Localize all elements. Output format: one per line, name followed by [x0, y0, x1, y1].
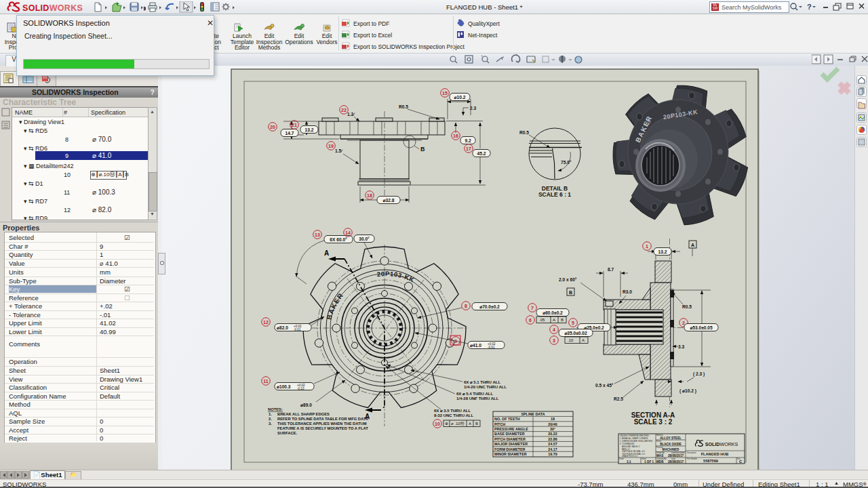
svg-text:R0.5: R0.5	[519, 130, 529, 135]
svg-text:UNLESS OTHERWISE SPECIFIED:: UNLESS OTHERWISE SPECIFIED:	[620, 434, 650, 437]
svg-text:A: A	[469, 422, 471, 426]
svg-text:5587569: 5587569	[703, 459, 718, 463]
svg-text:22: 22	[341, 108, 347, 113]
svg-text:17: 17	[466, 146, 471, 151]
svg-text:22.86: 22.86	[548, 437, 557, 441]
svg-text:45.2: 45.2	[477, 151, 486, 156]
svg-text:R0.5: R0.5	[399, 104, 408, 109]
svg-text:2. DIMENSIONS ARE IN MILLIMET: 2. DIMENSIONS ARE IN MILLIMETERS	[620, 440, 652, 443]
svg-text:3.: 3.	[269, 422, 272, 426]
svg-text:2.: 2.	[269, 417, 272, 421]
svg-text:.05: .05	[539, 318, 545, 322]
svg-text:24.17: 24.17	[548, 447, 557, 451]
svg-text:⊕: ⊕	[445, 422, 448, 426]
svg-text:NOTES:: NOTES:	[268, 407, 283, 411]
svg-text:?: ?	[807, 3, 812, 11]
svg-text:⌀32.8: ⌀32.8	[383, 198, 395, 203]
svg-text:⌀70.0±0.2: ⌀70.0±0.2	[479, 304, 500, 309]
svg-text:-0.10: -0.10	[297, 387, 304, 390]
svg-text:3.3: 3.3	[678, 344, 684, 349]
svg-text:5: 5	[572, 321, 574, 325]
svg-text:MAJOR DIAMETER: MAJOR DIAMETER	[494, 442, 528, 446]
svg-text:FORM DIAMETER: FORM DIAMETER	[494, 447, 526, 451]
svg-text:4: 4	[553, 327, 555, 332]
svg-text:MAS: MAS	[656, 454, 663, 458]
svg-text:⌀ .10Ⓜ: ⌀ .10Ⓜ	[451, 422, 465, 426]
svg-text:15: 15	[442, 91, 448, 96]
svg-text:14: 14	[345, 230, 351, 235]
svg-text:B: B	[561, 318, 564, 322]
svg-text:28/08/2017: 28/08/2017	[668, 460, 684, 464]
svg-text:16: 16	[453, 134, 458, 138]
svg-text:19.79: 19.79	[548, 452, 557, 456]
svg-text:NO. OF TEETH: NO. OF TEETH	[494, 417, 520, 421]
svg-text:THIS TOLERANCE APPLIES WHEN TH: THIS TOLERANCE APPLIES WHEN THE DATUM	[277, 422, 367, 426]
svg-text:2: 2	[682, 321, 685, 325]
svg-text:BASE DIAMETER: BASE DIAMETER	[494, 432, 525, 436]
svg-text:A: A	[582, 338, 585, 342]
svg-text:ONE PLACE DECIMAL ±0.5: ONE PLACE DECIMAL ±0.5	[622, 450, 645, 453]
svg-text:.10: .10	[568, 338, 574, 342]
svg-text:SCALE 6 : 1: SCALE 6 : 1	[538, 191, 571, 198]
svg-text:8.7: 8.7	[608, 267, 614, 272]
svg-text:⌀53.0±0.05: ⌀53.0±0.05	[690, 325, 713, 330]
svg-text:⌀100.3: ⌀100.3	[277, 384, 291, 389]
svg-text:B: B	[569, 290, 572, 295]
svg-text:SURFACE.: SURFACE.	[277, 431, 298, 435]
svg-text:11: 11	[263, 379, 269, 384]
svg-text:BREAK ALL SHARP EDGES: BREAK ALL SHARP EDGES	[277, 412, 330, 416]
svg-text:-0.01: -0.01	[488, 346, 495, 349]
svg-text:20: 20	[270, 125, 275, 129]
svg-text:19: 19	[328, 144, 334, 148]
svg-text:13: 13	[315, 232, 320, 237]
svg-text:20.22: 20.22	[548, 432, 557, 436]
svg-text:⌀10.2: ⌀10.2	[454, 95, 466, 100]
svg-text:14.7: 14.7	[285, 131, 294, 136]
svg-text:Scale: Scale	[619, 458, 624, 460]
svg-text:18: 18	[551, 417, 555, 421]
svg-text:6X ⌀ 3.5 THRU ALL: 6X ⌀ 3.5 THRU ALL	[434, 409, 471, 413]
svg-text:75.0°: 75.0°	[561, 160, 572, 165]
svg-text:-0.01: -0.01	[294, 328, 301, 331]
svg-text:6X 60.0°: 6X 60.0°	[330, 237, 347, 242]
svg-text:SCALE 3 : 2: SCALE 3 : 2	[634, 418, 673, 426]
svg-text:12: 12	[263, 320, 269, 325]
svg-text:PRESSURE ANGLE: PRESSURE ANGLE	[494, 427, 528, 431]
svg-text:B: B	[475, 422, 478, 426]
svg-text:3. TOLERANCES:: 3. TOLERANCES:	[620, 443, 635, 445]
svg-text:1/4-28 UNF THRU ALL: 1/4-28 UNF THRU ALL	[456, 396, 499, 401]
svg-text:24.57: 24.57	[548, 442, 557, 446]
svg-text:1/4-20 UNC THRU ALL: 1/4-20 UNC THRU ALL	[464, 385, 507, 389]
svg-text:R3.0: R3.0	[623, 289, 632, 294]
svg-text:ALLOY STEEL: ALLOY STEEL	[660, 436, 682, 440]
svg-text:6: 6	[529, 318, 532, 323]
svg-text:PITCH: PITCH	[494, 422, 505, 426]
svg-text:1 OF 1: 1 OF 1	[644, 460, 654, 464]
svg-text:SOLIDWORKS: SOLIDWORKS	[22, 3, 83, 13]
svg-text:1:1: 1:1	[627, 460, 631, 464]
svg-text:( ⌀10.2 ): ( ⌀10.2 )	[679, 388, 696, 394]
svg-text:⌀60.0±0.2: ⌀60.0±0.2	[542, 310, 563, 315]
svg-text:SPLINE DATA: SPLINE DATA	[521, 412, 545, 416]
svg-text:⌀89.0: ⌀89.0	[300, 403, 312, 407]
svg-text:13.2: 13.2	[305, 127, 314, 132]
svg-text:FLANGED HUB: FLANGED HUB	[701, 452, 729, 456]
svg-text:2.0 x 60°: 2.0 x 60°	[559, 277, 577, 282]
svg-text:18: 18	[367, 193, 372, 198]
svg-text:30.0°: 30.0°	[359, 237, 370, 241]
svg-text:A: A	[691, 243, 694, 247]
svg-text:1. BREAK ALL SHARP CORNERS: 1. BREAK ALL SHARP CORNERS	[620, 437, 648, 440]
svg-text:7: 7	[531, 306, 534, 310]
svg-text:MACHINED: MACHINED	[663, 448, 679, 451]
svg-text:1.: 1.	[269, 412, 272, 416]
svg-text:⌀35.0±0.02: ⌀35.0±0.02	[564, 331, 587, 336]
svg-text:13.2: 13.2	[658, 249, 667, 254]
svg-text:8: 8	[465, 304, 467, 308]
svg-text:8-32 UNC THRU ALL: 8-32 UNC THRU ALL	[434, 413, 473, 418]
svg-text:MDB: MDB	[656, 460, 664, 464]
svg-text:R2.5: R2.5	[614, 396, 623, 401]
svg-text:R0.5: R0.5	[682, 304, 692, 309]
svg-text:10: 10	[435, 422, 440, 426]
svg-text:20/40: 20/40	[548, 422, 557, 426]
svg-text:Part Number: Part Number	[687, 458, 697, 460]
